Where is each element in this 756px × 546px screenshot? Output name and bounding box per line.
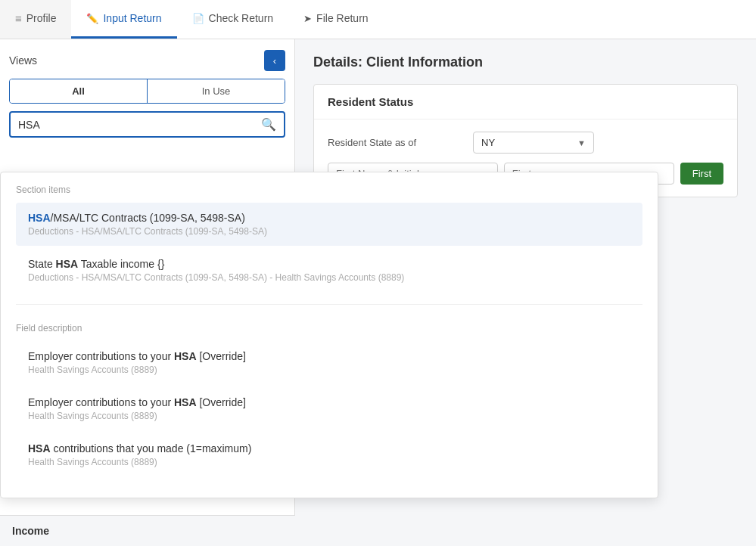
contributions-text: contributions that you made (1=maximum) (51, 442, 252, 454)
hsa-msa-rest: /MSA/LTC Contracts (1099-SA, 5498-SA) (51, 212, 245, 224)
collapse-button[interactable]: ‹ (264, 50, 285, 71)
top-navigation: ≡ Profile ✏️ Input Return 📄 Check Return… (0, 0, 756, 39)
dropdown-item-sub-2: Deductions - HSA/MSA/LTC Contracts (1099… (28, 272, 630, 283)
hsa-bold-5: HSA (28, 442, 51, 454)
chevron-left-icon: ‹ (273, 55, 276, 67)
resident-state-label: Resident State as of (328, 137, 464, 148)
dropdown-item-hsa-msa[interactable]: HSA/MSA/LTC Contracts (1099-SA, 5498-SA)… (16, 203, 642, 246)
views-label: Views (9, 54, 37, 67)
hsa-bold-2: HSA (56, 258, 79, 270)
field-item-sub-1: Health Savings Accounts (8889) (28, 365, 630, 375)
field-item-sub-2: Health Savings Accounts (8889) (28, 411, 630, 421)
override-text-2: [Override] (197, 396, 246, 408)
resident-state-value: NY (481, 137, 495, 148)
field-item-title-1: Employer contributions to your HSA [Over… (28, 350, 630, 362)
field-description-group: Field description Employer contributions… (1, 311, 658, 482)
income-section-label: Income (0, 515, 295, 546)
chevron-down-icon: ▼ (577, 138, 586, 147)
employer-text-1: Employer contributions to your (28, 350, 174, 362)
taxable-text: Taxable income {} (78, 258, 164, 270)
doc-icon: 📄 (192, 13, 204, 24)
toggle-in-use[interactable]: In Use (148, 79, 285, 103)
field-description-label: Field description (16, 323, 642, 333)
main-layout: Views ‹ All In Use 🔍 Income Section item… (0, 39, 756, 546)
resident-state-select[interactable]: NY ▼ (473, 132, 594, 154)
pencil-icon: ✏️ (86, 13, 98, 24)
dropdown-field-item-3[interactable]: HSA contributions that you made (1=maxim… (16, 433, 642, 476)
view-toggle-group: All In Use (9, 79, 285, 104)
field-item-sub-3: Health Savings Accounts (8889) (28, 457, 630, 467)
dropdown-divider (16, 304, 642, 305)
resident-state-row: Resident State as of NY ▼ (328, 132, 723, 154)
views-header: Views ‹ (0, 39, 294, 79)
override-text-1: [Override] (197, 350, 246, 362)
dropdown-field-item-2[interactable]: Employer contributions to your HSA [Over… (16, 387, 642, 430)
dropdown-item-title: HSA/MSA/LTC Contracts (1099-SA, 5498-SA) (28, 212, 630, 224)
resident-status-header: Resident Status (314, 85, 737, 119)
page-title: Details: Client Information (313, 54, 738, 70)
employer-text-2: Employer contributions to your (28, 396, 174, 408)
hsa-bold-3: HSA (174, 350, 197, 362)
field-item-title-2: Employer contributions to your HSA [Over… (28, 396, 630, 408)
dropdown-item-sub: Deductions - HSA/MSA/LTC Contracts (1099… (28, 226, 630, 237)
search-input[interactable] (18, 119, 261, 131)
search-icon: 🔍 (261, 117, 276, 132)
hsa-bold-4: HSA (174, 396, 197, 408)
dropdown-item-state-hsa[interactable]: State HSA Taxable income {} Deductions -… (16, 249, 642, 292)
state-text: State (28, 258, 56, 270)
search-wrapper: 🔍 (9, 111, 285, 138)
field-item-title-3: HSA contributions that you made (1=maxim… (28, 442, 630, 454)
dropdown-item-title-2: State HSA Taxable income {} (28, 258, 630, 270)
send-icon: ➤ (303, 13, 312, 24)
dropdown-field-item-1[interactable]: Employer contributions to your HSA [Over… (16, 341, 642, 384)
tab-check-return[interactable]: 📄 Check Return (177, 0, 289, 39)
hsa-bold-blue: HSA (28, 212, 51, 224)
tab-input-return[interactable]: ✏️ Input Return (71, 0, 176, 39)
search-dropdown: Section items HSA/MSA/LTC Contracts (109… (0, 172, 658, 498)
apply-button[interactable]: First (680, 163, 723, 185)
list-icon: ≡ (15, 12, 22, 25)
section-items-label: Section items (16, 185, 642, 195)
section-items-group: Section items HSA/MSA/LTC Contracts (109… (1, 172, 658, 298)
tab-file-return[interactable]: ➤ File Return (288, 0, 383, 39)
toggle-all[interactable]: All (10, 79, 148, 103)
tab-profile[interactable]: ≡ Profile (0, 0, 71, 39)
